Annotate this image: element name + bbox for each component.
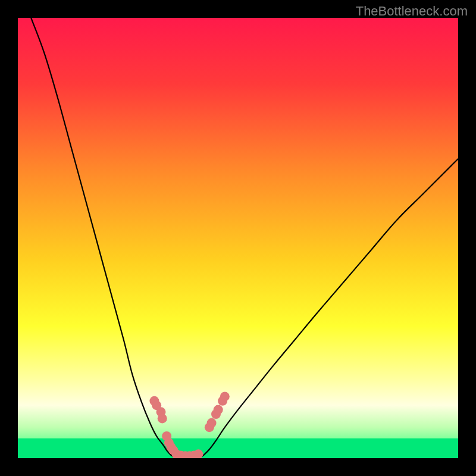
watermark-text: TheBottleneck.com	[356, 4, 468, 19]
data-marker	[207, 418, 217, 428]
data-marker	[193, 449, 203, 458]
data-marker	[220, 392, 230, 401]
chart-markers	[18, 18, 458, 458]
data-marker	[158, 414, 167, 423]
data-marker	[214, 405, 223, 415]
chart-plot-area	[18, 18, 458, 458]
